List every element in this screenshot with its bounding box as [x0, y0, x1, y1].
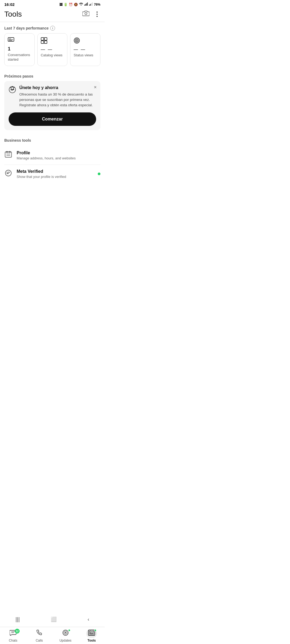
- svg-rect-2: [85, 4, 86, 6]
- performance-label-text: Last 7 days performance: [4, 26, 49, 30]
- svg-rect-6: [90, 4, 91, 6]
- business-tools-label: Business tools: [0, 134, 105, 145]
- status-views-value: — —: [74, 47, 97, 52]
- verified-icon: [4, 169, 12, 178]
- stat-card-status-views[interactable]: — — Status views: [70, 33, 100, 66]
- svg-rect-4: [87, 2, 88, 6]
- svg-point-19: [75, 39, 78, 42]
- catalog-label: Catalog views: [41, 53, 64, 58]
- profile-title: Profile: [17, 151, 100, 155]
- performance-section-label: Last 7 days performance i: [0, 22, 105, 33]
- svg-rect-8: [92, 2, 93, 6]
- app-header: Tools ⋮: [0, 8, 105, 22]
- conversations-value: 1: [8, 46, 31, 52]
- profile-icon: [4, 151, 12, 160]
- photo-icon: 🖼: [59, 3, 63, 6]
- battery-saver-icon: 🔋: [64, 3, 68, 6]
- status-views-icon: [74, 37, 97, 45]
- promo-description: Ofrecemos hasta un 30 % de descuento a l…: [19, 92, 96, 108]
- svg-point-9: [85, 13, 87, 15]
- header-actions: ⋮: [82, 10, 100, 18]
- meta-verified-subtitle: Show that your profile is verified: [17, 175, 93, 179]
- svg-rect-10: [8, 38, 14, 41]
- meta-verified-tool-item[interactable]: Meta Verified Show that your profile is …: [0, 165, 105, 183]
- meta-verified-title: Meta Verified: [17, 169, 93, 174]
- catalog-value: — —: [41, 47, 64, 52]
- stat-card-conversations[interactable]: 1 Conversations started: [4, 33, 35, 66]
- verified-badge-icon: [9, 86, 16, 95]
- promo-card: × Únete hoy y ahorra Ofrecemos hasta un …: [4, 81, 100, 130]
- svg-rect-14: [41, 38, 44, 40]
- status-bar: 16:02 🖼 🔋 ⏰ 🔕: [0, 0, 105, 8]
- svg-rect-17: [44, 41, 47, 43]
- business-tools-list: Profile Manage address, hours, and websi…: [0, 145, 105, 184]
- signal2-icon: [89, 2, 93, 6]
- svg-rect-15: [44, 38, 47, 40]
- svg-point-20: [76, 40, 78, 41]
- svg-point-18: [74, 38, 79, 43]
- promo-header: Únete hoy y ahorra Ofrecemos hasta un 30…: [9, 85, 96, 108]
- camera-icon[interactable]: [82, 10, 89, 18]
- svg-rect-7: [91, 3, 92, 6]
- business-tools-text: Business tools: [4, 138, 31, 142]
- status-icons: 🖼 🔋 ⏰ 🔕 76: [59, 2, 100, 6]
- page-title: Tools: [4, 10, 22, 19]
- svg-rect-3: [86, 3, 87, 6]
- proximos-pasos-text: Próximos pasos: [4, 74, 33, 78]
- comenzar-button[interactable]: Comenzar: [9, 112, 96, 126]
- more-options-icon[interactable]: ⋮: [94, 10, 100, 18]
- stats-row: 1 Conversations started — — Catalog view…: [0, 33, 105, 70]
- wifi-icon: [79, 2, 83, 6]
- promo-text: Únete hoy y ahorra Ofrecemos hasta un 30…: [19, 85, 96, 108]
- stat-card-catalog[interactable]: — — Catalog views: [37, 33, 68, 66]
- profile-subtitle: Manage address, hours, and websites: [17, 156, 100, 160]
- alarm-icon: ⏰: [69, 3, 73, 6]
- conversations-icon: [8, 37, 31, 44]
- info-icon[interactable]: i: [50, 26, 55, 31]
- profile-tool-text: Profile Manage address, hours, and websi…: [17, 151, 100, 160]
- status-time: 16:02: [4, 2, 15, 7]
- promo-title: Únete hoy y ahorra: [19, 85, 96, 90]
- catalog-icon: [41, 37, 64, 45]
- signal-icon: [84, 2, 88, 6]
- meta-verified-dot: [98, 173, 100, 175]
- battery-icon: 76%: [94, 3, 100, 6]
- meta-verified-tool-text: Meta Verified Show that your profile is …: [17, 169, 93, 179]
- proximos-pasos-label: Próximos pasos: [0, 70, 105, 81]
- svg-point-21: [9, 86, 16, 93]
- mute-icon: 🔕: [74, 3, 78, 6]
- svg-rect-1: [84, 5, 85, 6]
- close-promo-button[interactable]: ×: [94, 85, 97, 90]
- conversations-label: Conversations started: [8, 53, 31, 62]
- svg-rect-16: [41, 41, 44, 43]
- profile-tool-item[interactable]: Profile Manage address, hours, and websi…: [0, 146, 105, 164]
- svg-rect-5: [89, 5, 90, 6]
- svg-point-0: [81, 5, 81, 6]
- status-views-label: Status views: [74, 53, 97, 58]
